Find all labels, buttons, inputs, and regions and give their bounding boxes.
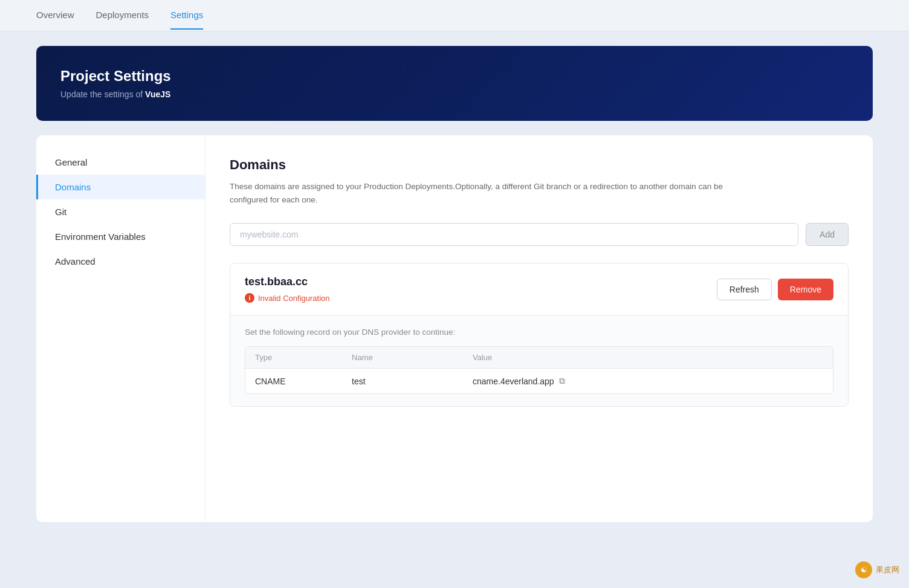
domain-actions: Refresh Remove xyxy=(717,279,833,300)
dns-table: Type Name Value CNAME test cname.4everla… xyxy=(245,346,833,394)
dns-col-value: Value xyxy=(473,353,823,362)
sidebar-item-general[interactable]: General xyxy=(36,150,205,175)
domain-info: test.bbaa.cc i Invalid Configuration xyxy=(245,276,330,303)
sidebar-item-domains[interactable]: Domains xyxy=(36,175,205,199)
panel-title: Domains xyxy=(230,157,849,173)
dns-instruction: Set the following record on your DNS pro… xyxy=(245,328,833,337)
domain-card-header: test.bbaa.cc i Invalid Configuration Ref… xyxy=(230,263,848,315)
refresh-button[interactable]: Refresh xyxy=(717,279,772,300)
domain-card: test.bbaa.cc i Invalid Configuration Ref… xyxy=(230,263,849,407)
sidebar-item-git[interactable]: Git xyxy=(36,199,205,224)
sidebar-item-advanced[interactable]: Advanced xyxy=(36,249,205,274)
subtitle-prefix: Update the settings of xyxy=(60,89,143,99)
nav-settings[interactable]: Settings xyxy=(170,1,203,30)
project-settings-banner: Project Settings Update the settings of … xyxy=(36,46,873,121)
dns-section: Set the following record on your DNS pro… xyxy=(230,315,848,406)
dns-type: CNAME xyxy=(255,376,352,386)
domain-name: test.bbaa.cc xyxy=(245,276,330,288)
dns-col-type: Type xyxy=(255,353,352,362)
domain-input-row: Add xyxy=(230,223,849,246)
panel-description: These domains are assigned to your Produ… xyxy=(230,180,725,206)
project-settings-subtitle: Update the settings of VueJS xyxy=(60,89,849,99)
status-label: Invalid Configuration xyxy=(258,294,330,303)
watermark-text: 果皮网 xyxy=(876,564,899,575)
table-row: CNAME test cname.4everland.app ⧉ xyxy=(245,369,833,393)
settings-layout: General Domains Git Environment Variable… xyxy=(36,135,873,522)
dns-value: cname.4everland.app xyxy=(473,376,554,386)
domain-input[interactable] xyxy=(230,223,798,246)
domain-status: i Invalid Configuration xyxy=(245,293,330,303)
main-content: Project Settings Update the settings of … xyxy=(0,31,909,546)
dns-table-header: Type Name Value xyxy=(245,347,833,369)
settings-sidebar: General Domains Git Environment Variable… xyxy=(36,135,205,522)
dns-col-name: Name xyxy=(352,353,473,362)
project-name: VueJS xyxy=(145,89,170,99)
copy-icon[interactable]: ⧉ xyxy=(559,376,565,386)
project-settings-title: Project Settings xyxy=(60,68,849,85)
dns-name: test xyxy=(352,376,473,386)
add-domain-button[interactable]: Add xyxy=(806,223,849,246)
nav-deployments[interactable]: Deployments xyxy=(96,1,149,30)
watermark: ☯ 果皮网 xyxy=(855,561,899,578)
watermark-icon: ☯ xyxy=(855,561,872,578)
nav-overview[interactable]: Overview xyxy=(36,1,74,30)
sidebar-item-env-vars[interactable]: Environment Variables xyxy=(36,224,205,249)
domains-panel: Domains These domains are assigned to yo… xyxy=(205,135,873,522)
remove-button[interactable]: Remove xyxy=(778,279,833,300)
dns-value-cell: cname.4everland.app ⧉ xyxy=(473,376,823,386)
invalid-config-icon: i xyxy=(245,293,254,303)
top-navigation: Overview Deployments Settings xyxy=(0,0,909,31)
